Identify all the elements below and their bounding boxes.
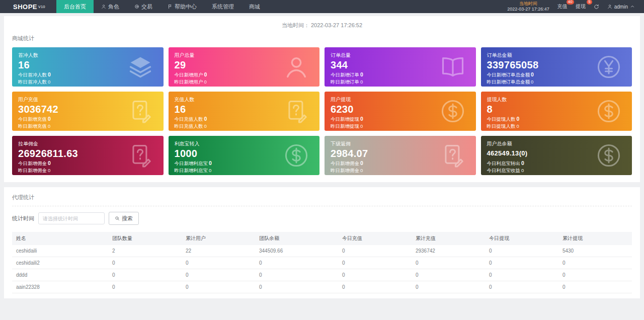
table-cell: 0 (485, 281, 558, 293)
time-value: 2022-03-27 17:26:47 (507, 7, 549, 12)
navbar-time: 当地时间 2022-03-27 17:26:47 (507, 1, 549, 13)
stat-card-9: 利息宝转入1000今日新增利息宝0昨日新增利息宝0 (169, 136, 320, 175)
card-line-yesterday-value: 0 (531, 79, 533, 85)
table-cell: 0 (182, 257, 255, 269)
table-cell: 2 (108, 245, 182, 257)
card-line-today-value: 0 (531, 71, 534, 77)
table-cell: 344509.66 (255, 245, 338, 257)
table-cell: 0 (485, 257, 558, 269)
table-row-2: dddd0000000 (12, 269, 632, 281)
search-button[interactable]: 搜索 (109, 212, 139, 225)
table-cell: 0 (108, 281, 182, 293)
table-row-0: ceshidaili222344509.660293674205430 (12, 245, 632, 257)
stats-section-title: 商城统计 (4, 32, 640, 47)
stat-card-grid: 首冲人数16今日首冲人数0昨日首冲人数0用户总量29今日新增用户0昨日新增用户0… (4, 47, 640, 182)
table-cell: 0 (255, 257, 338, 269)
card-line-yesterday-label: 昨日新增佣金 (331, 168, 359, 173)
agent-table-header: 姓名团队数量累计用户团队余额今日充值累计充值今日提现累计提现 (12, 232, 632, 245)
stat-card-4: 用户充值3036742今日新增充值0昨日新增充值0 (12, 92, 164, 131)
card-line-today-value: 0 (360, 160, 363, 166)
menu-item-5[interactable]: 商城 (242, 0, 268, 13)
search-button-label: 搜索 (122, 215, 133, 222)
card-line-today-label: 今日新增用户 (175, 72, 203, 77)
card-line-today-value: 0 (360, 71, 363, 77)
card-line-today-value: 0 (517, 116, 520, 122)
table-row-3: aain223280000000 (12, 281, 632, 293)
search-label: 统计时间 (12, 215, 34, 222)
stat-card-8: 拉单佣金26926811.63今日新增佣金0昨日新增佣金0 (12, 136, 164, 175)
stat-card-1: 用户总量29今日新增用户0昨日新增用户0 (169, 47, 320, 87)
menu-item-label: 帮助中心 (175, 3, 197, 11)
menu-item-label: 交易 (141, 3, 152, 11)
table-cell: ceshidaili2 (12, 257, 108, 269)
table-cell: 0 (255, 281, 338, 293)
table-cell: 0 (338, 257, 412, 269)
top-navbar: SHOPEV10 后台首页角色交易帮助中心系统管理商城 当地时间 2022-03… (0, 0, 644, 13)
stat-card-11: 用户总余额462549.13(0)今日利息宝转出0今日利息宝收益0 (481, 136, 632, 175)
table-cell: 0 (412, 281, 485, 293)
user-icon (283, 54, 309, 80)
card-line-yesterday-label: 昨日充值人数 (175, 123, 203, 129)
agent-panel: 代理统计 统计时间 搜索 姓名团队数量累计用户团队余额今日充值累计充值今日提现累… (4, 187, 640, 298)
card-line-yesterday-label: 昨日新增提现 (331, 123, 359, 129)
card-line-today-label: 今日新增充值 (18, 116, 47, 122)
card-line-yesterday-label: 昨日新增充值 (18, 123, 47, 129)
card-line-today-value: 0 (48, 71, 51, 77)
card-line-yesterday-value: 0 (204, 79, 207, 85)
card-line-yesterday-label: 昨日提现人数 (487, 123, 516, 129)
menu-item-0[interactable]: 后台首页 (56, 0, 94, 13)
card-line-yesterday-value: 0 (360, 79, 363, 85)
menu-item-label: 后台首页 (64, 3, 86, 11)
card-line-yesterday-value: 0 (48, 168, 50, 173)
card-line-yesterday-label: 昨日首冲人数 (18, 79, 47, 85)
card-line-today-label: 今日提现人数 (487, 116, 516, 122)
doc-question-icon (440, 142, 466, 169)
recharge-link[interactable]: 充值 40 (557, 3, 568, 10)
menu-item-3[interactable]: 帮助中心 (160, 0, 204, 13)
menu-item-4[interactable]: 系统管理 (204, 0, 242, 13)
agent-table-col-header: 今日充值 (338, 232, 412, 245)
table-cell: 0 (182, 269, 255, 281)
card-line-today-label: 今日新增佣金 (18, 161, 47, 166)
card-line-today-value: 0 (360, 116, 363, 122)
logo-version: V10 (38, 5, 45, 9)
withdraw-link[interactable]: 提现 5 (576, 3, 586, 10)
table-cell: 22 (182, 245, 255, 257)
doc-question-icon (283, 98, 309, 124)
table-cell: 0 (108, 269, 182, 281)
current-time-value: 2022-03-27 17:26:52 (311, 22, 362, 28)
agent-table-col-header: 累计充值 (412, 232, 485, 245)
user-menu[interactable]: admin (607, 4, 635, 10)
agent-table-body: ceshidaili222344509.660293674205430ceshi… (12, 245, 632, 293)
menu-item-label: 角色 (108, 3, 119, 11)
table-cell: 0 (338, 245, 412, 257)
stat-time-input[interactable] (38, 212, 105, 224)
refresh-icon[interactable] (594, 4, 599, 10)
menu-item-label: 商城 (249, 3, 260, 11)
time-label: 当地时间 (507, 1, 549, 7)
card-line-today-label: 今日新增佣金 (331, 161, 359, 166)
table-cell: 0 (485, 269, 558, 281)
agent-table-col-header: 团队余额 (255, 232, 338, 245)
search-icon (115, 216, 120, 221)
stat-card-3: 订单总金额339765058今日新增订单总金额0昨日新增订单总金额0 (481, 47, 632, 87)
table-cell: 2936742 (412, 245, 485, 257)
card-line-yesterday-label: 昨日新增用户 (175, 79, 203, 85)
card-line-today-label: 今日新增提现 (331, 116, 359, 122)
agent-section-title: 代理统计 (12, 194, 632, 206)
card-line-today-label: 今日新增订单总金额 (487, 72, 530, 77)
dollar-circle-icon (596, 98, 622, 124)
card-line-yesterday-value: 0 (360, 123, 363, 129)
card-line-today-value: 0 (204, 116, 207, 122)
card-line-today-label: 今日充值人数 (175, 116, 203, 122)
table-cell: 0 (108, 257, 182, 269)
menu-item-2[interactable]: 交易 (127, 0, 160, 13)
menu-item-1[interactable]: 角色 (94, 0, 127, 13)
agent-table-col-header: 累计提现 (558, 232, 632, 245)
table-cell: 0 (338, 269, 412, 281)
current-time-label: 当地时间： (282, 22, 309, 28)
trade-icon (134, 4, 139, 9)
card-line-yesterday-value: 0 (517, 123, 519, 129)
card-line-today-label: 今日利息宝转出 (487, 161, 521, 166)
card-line-yesterday-label: 昨日新增利息宝 (175, 168, 208, 173)
